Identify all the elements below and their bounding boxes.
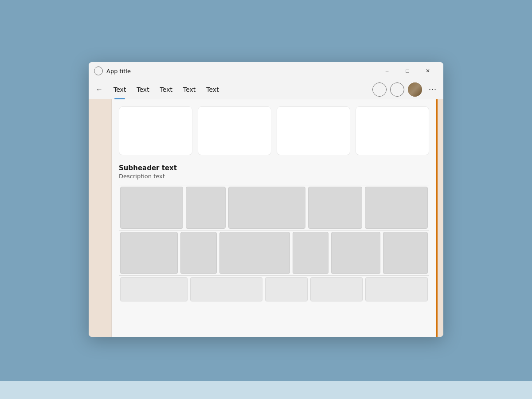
grid-cell-1-4[interactable] [308,187,362,229]
sidebar-right [436,99,443,337]
app-icon [94,66,103,75]
grid-cell-3-4[interactable] [310,277,363,301]
subheader-text: Subheader text [119,164,429,172]
grid-row-2 [119,230,429,275]
tab-text-1[interactable]: Text [108,83,131,96]
grid-cell-2-3[interactable] [219,232,290,274]
tab-text-5[interactable]: Text [201,83,224,96]
nav-actions: ··· [372,82,440,97]
maximize-button[interactable]: □ [397,64,418,78]
app-title: App title [106,68,377,74]
nav-bar: ← Text Text Text Text Text ··· [89,80,443,99]
grid-section [119,185,429,303]
grid-row-1 [119,185,429,230]
sidebar-left [89,99,112,337]
grid-cell-2-6[interactable] [383,232,428,274]
nav-tabs: Text Text Text Text Text [108,83,371,96]
card-1[interactable] [119,106,192,155]
grid-row-3 [119,275,429,303]
minimize-button[interactable]: – [377,64,397,78]
grid-cell-3-3[interactable] [265,277,308,301]
nav-circle-btn-1[interactable] [372,82,387,97]
card-2[interactable] [198,106,271,155]
grid-cell-3-1[interactable] [120,277,188,301]
close-button[interactable]: ✕ [418,64,438,78]
title-bar: App title – □ ✕ [89,62,443,80]
more-options-button[interactable]: ··· [426,82,440,97]
back-button[interactable]: ← [92,82,106,97]
card-3[interactable] [277,106,350,155]
taskbar [0,381,532,399]
grid-cell-1-1[interactable] [120,187,183,229]
content-area: Subheader text Description text [89,99,443,337]
grid-cell-1-2[interactable] [186,187,225,229]
nav-circle-btn-2[interactable] [390,82,404,97]
app-window: App title – □ ✕ ← Text Text Text Text Te… [89,62,443,337]
card-4[interactable] [356,106,429,155]
main-content[interactable]: Subheader text Description text [112,99,436,337]
grid-cell-2-5[interactable] [331,232,380,274]
subheader-section: Subheader text Description text [119,164,429,180]
tab-text-3[interactable]: Text [155,83,178,96]
grid-cell-3-2[interactable] [190,277,262,301]
grid-cell-3-5[interactable] [365,277,428,301]
tab-text-2[interactable]: Text [131,83,154,96]
grid-cell-2-2[interactable] [180,232,217,274]
grid-cell-1-3[interactable] [228,187,305,229]
user-avatar[interactable] [408,82,422,97]
grid-cell-2-4[interactable] [293,232,329,274]
window-controls: – □ ✕ [377,64,438,78]
description-text: Description text [119,173,429,180]
grid-cell-2-1[interactable] [120,232,178,274]
tab-text-4[interactable]: Text [178,83,201,96]
cards-row [119,106,429,155]
avatar-image [408,82,422,97]
grid-cell-1-5[interactable] [365,187,428,229]
